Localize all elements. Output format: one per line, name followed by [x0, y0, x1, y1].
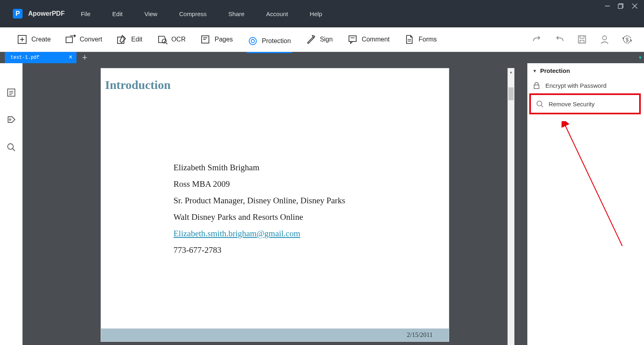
tool-protection-label: Protection: [262, 37, 291, 45]
page-footer-date: 2/15/2011: [101, 328, 449, 341]
titlebar: P ApowerPDF File Edit View Compress Shar…: [0, 0, 644, 27]
panel-header[interactable]: ▼ Protection: [528, 63, 644, 78]
menu-file[interactable]: File: [81, 10, 91, 17]
svg-rect-27: [8, 89, 15, 96]
document-tabstrip: test-1.pdf × + ▼: [0, 52, 644, 63]
window-controls: [604, 0, 644, 10]
svg-rect-8: [66, 37, 72, 43]
panel-item-remove-security-label: Remove Security: [549, 101, 594, 107]
tool-create-label: Create: [31, 36, 51, 43]
body-line-1: Elizabeth Smith Brigham: [173, 159, 445, 176]
app-logo: P: [13, 9, 23, 19]
pen-icon: [305, 34, 316, 45]
close-tab-icon[interactable]: ×: [68, 54, 72, 61]
menu-compress[interactable]: Compress: [179, 10, 206, 17]
pdf-page: Introduction Elizabeth Smith Brigham Ros…: [101, 68, 449, 342]
body-phone: 773-677-2783: [173, 242, 445, 258]
menu-edit[interactable]: Edit: [112, 10, 123, 17]
currency-button[interactable]: $: [621, 34, 633, 45]
body-email[interactable]: Elizabeth.smith.brigham@gmail.com: [173, 229, 300, 238]
svg-line-11: [166, 43, 167, 44]
svg-text:$: $: [625, 37, 629, 43]
tool-ocr-label: OCR: [171, 36, 186, 43]
svg-rect-22: [580, 36, 584, 38]
tool-pages[interactable]: Pages: [199, 32, 233, 47]
tabstrip-dropdown-icon[interactable]: ▼: [638, 55, 644, 60]
pencil-square-icon: [117, 34, 127, 45]
svg-point-31: [9, 119, 11, 120]
scroll-thumb[interactable]: [508, 87, 514, 100]
user-button[interactable]: [599, 34, 610, 45]
magnifier-icon: [536, 100, 544, 108]
tool-convert[interactable]: Convert: [64, 32, 103, 47]
left-sidebar: [0, 63, 23, 345]
pages-icon: [200, 34, 211, 45]
scroll-up-icon[interactable]: ▴: [508, 68, 514, 75]
page-body: Elizabeth Smith Brigham Ross MBA 2009 Sr…: [173, 159, 445, 258]
tool-ocr[interactable]: OCR: [156, 32, 187, 47]
app-name: ApowerPDF: [28, 10, 65, 17]
menu-share[interactable]: Share: [228, 10, 244, 17]
svg-rect-21: [578, 36, 586, 43]
document-tab-filename: test-1.pdf: [10, 55, 39, 60]
svg-point-32: [8, 144, 13, 149]
panel-item-encrypt-label: Encrypt with Password: [545, 82, 607, 89]
close-button[interactable]: [631, 2, 638, 10]
panel-item-encrypt[interactable]: Encrypt with Password: [528, 78, 644, 93]
save-button[interactable]: [576, 34, 588, 45]
maximize-button[interactable]: [617, 2, 625, 10]
highlight-annotation: Remove Security: [529, 93, 641, 114]
tool-pages-label: Pages: [215, 36, 233, 43]
search-icon[interactable]: [6, 142, 17, 153]
right-panel: ▼ Protection Encrypt with Password Remov…: [527, 63, 644, 345]
menu-bar: File Edit View Compress Share Account He…: [81, 10, 322, 17]
svg-point-16: [251, 39, 254, 43]
svg-line-37: [565, 124, 622, 246]
svg-line-33: [12, 149, 15, 151]
document-icon: [404, 34, 415, 45]
tool-comment-label: Comment: [362, 36, 390, 43]
convert-icon: [65, 34, 76, 45]
arrow-annotation: [552, 121, 632, 258]
vertical-scrollbar[interactable]: ▴: [508, 68, 514, 345]
minimize-button[interactable]: [604, 2, 611, 10]
svg-rect-9: [118, 37, 124, 43]
document-canvas[interactable]: Introduction Elizabeth Smith Brigham Ros…: [23, 63, 527, 345]
svg-rect-2: [618, 4, 622, 8]
lock-icon: [533, 81, 541, 89]
ocr-icon: [157, 34, 167, 45]
tool-convert-label: Convert: [80, 36, 102, 43]
menu-help[interactable]: Help: [310, 10, 322, 17]
panel-title: Protection: [540, 67, 570, 74]
menu-account[interactable]: Account: [266, 10, 288, 17]
body-line-3: Sr. Product Manager, Disney Online, Disn…: [173, 192, 445, 209]
bookmark-tag-icon[interactable]: [6, 115, 17, 125]
tool-sign[interactable]: Sign: [305, 32, 334, 47]
panel-item-remove-security[interactable]: Remove Security: [531, 97, 639, 111]
shield-icon: [248, 36, 258, 46]
svg-rect-34: [534, 85, 539, 89]
main-area: Introduction Elizabeth Smith Brigham Ros…: [0, 63, 644, 345]
tool-protection[interactable]: Protection: [247, 33, 292, 53]
new-tab-button[interactable]: +: [76, 52, 93, 63]
tool-forms[interactable]: Forms: [403, 32, 438, 47]
tool-comment[interactable]: Comment: [347, 32, 390, 47]
toolbar-right: $: [531, 34, 644, 45]
svg-line-36: [541, 105, 543, 107]
comment-icon: [347, 34, 358, 45]
menu-view[interactable]: View: [144, 10, 157, 17]
svg-point-24: [603, 36, 607, 40]
body-line-2: Ross MBA 2009: [173, 176, 445, 192]
toolbar: Create Convert Edit OCR Pages Protection…: [0, 27, 644, 52]
tool-edit[interactable]: Edit: [116, 32, 143, 47]
tool-sign-label: Sign: [320, 36, 333, 43]
body-line-4: Walt Disney Parks and Resorts Online: [173, 209, 445, 225]
svg-point-15: [249, 37, 256, 45]
thumbnails-icon[interactable]: [6, 87, 17, 98]
plus-square-icon: [17, 34, 27, 45]
document-tab[interactable]: test-1.pdf ×: [5, 52, 76, 63]
redo-button[interactable]: [531, 34, 543, 45]
tool-create[interactable]: Create: [16, 32, 52, 47]
svg-rect-17: [349, 36, 356, 41]
undo-button[interactable]: [554, 34, 565, 45]
